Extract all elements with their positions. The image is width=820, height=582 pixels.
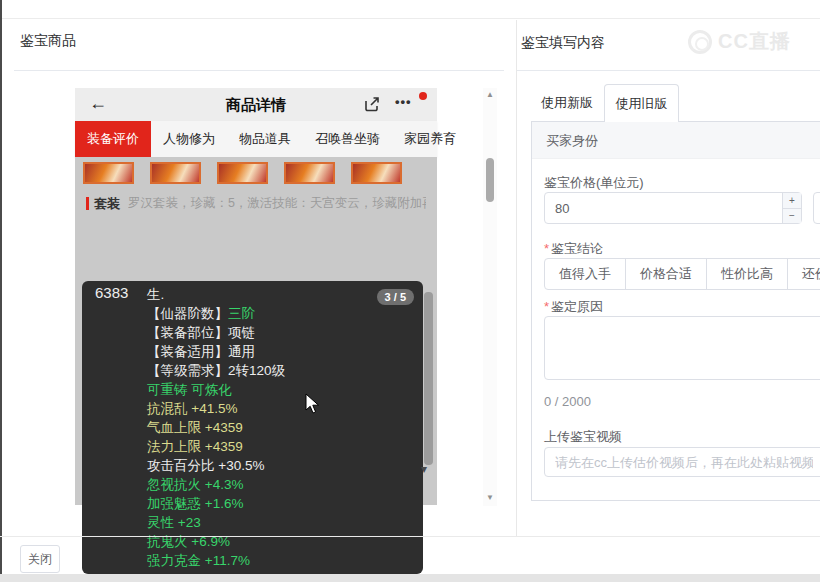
product-thumbnail[interactable] [217, 162, 268, 184]
form-panel: 买家身份 鉴宝价格(单位元) + − 鉴宝结论 值得入手价格合适性价比高还价可 … [531, 121, 820, 501]
watermark-logo-icon [688, 30, 712, 54]
item-stat-line: 灵性 +23 [147, 513, 285, 532]
suit-red-bar [86, 197, 89, 210]
product-thumbnail[interactable] [351, 162, 402, 184]
watermark-text: CC直播 [718, 28, 791, 55]
buyer-identity-header: 买家身份 [532, 122, 820, 159]
outer-scrollbar-thumb[interactable] [486, 158, 494, 202]
item-stat-line: 【仙器阶数】三阶 [147, 304, 285, 323]
notification-badge-dot [419, 92, 427, 100]
char-counter: 0 / 2000 [544, 394, 591, 409]
item-stat-line: 【等级需求】2转120级 [147, 361, 285, 380]
left-section-title: 鉴宝商品 [20, 32, 76, 50]
right-section-title: 鉴宝填写内容 [521, 34, 605, 52]
inner-scrollbar-thumb[interactable] [424, 292, 433, 465]
phone-navbar: ← 商品详情 ••• [75, 88, 437, 121]
price-label: 鉴宝价格(单位元) [544, 174, 644, 192]
item-stat-lines: 生.【仙器阶数】三阶【装备部位】项链【装备适用】通用【等级需求】2转120级可重… [147, 285, 285, 570]
phone-tab-bar: 装备评价人物修为物品道具召唤兽坐骑家园养育 [75, 121, 437, 157]
page-indicator-badge: 3 / 5 [377, 289, 414, 305]
item-stat-line: 【装备适用】通用 [147, 342, 285, 361]
item-stat-line: 生. [147, 285, 285, 304]
phone-tab[interactable]: 装备评价 [75, 121, 151, 157]
video-label: 上传鉴宝视频 [544, 428, 622, 446]
item-stat-line: 【装备部位】项链 [147, 323, 285, 342]
scroll-up-icon[interactable]: ▲ [483, 90, 497, 99]
item-stat-line: 气血上限 +4359 [147, 418, 285, 437]
conclusion-option-button[interactable]: 还价可 [787, 258, 820, 290]
left-header-divider [14, 70, 504, 71]
price-spinner: + − [782, 193, 801, 223]
tab-use-new-version[interactable]: 使用新版 [531, 84, 603, 121]
phone-content: 套装 罗汉套装，珍藏：5，激活技能：天宫变云，珍藏附加再 6383 3 / 5 … [75, 157, 437, 505]
phone-page-title: 商品详情 [75, 96, 437, 115]
item-stat-line: 抗混乱 +41.5% [147, 399, 285, 418]
item-stat-line: 法力上限 +4359 [147, 437, 285, 456]
product-thumbnail[interactable] [284, 162, 335, 184]
conclusion-button-group: 值得入手价格合适性价比高还价可 [544, 258, 820, 290]
outer-scrollbar[interactable]: ▲ ▼ [483, 88, 497, 506]
product-thumbnail-row [83, 162, 402, 184]
suit-effect-line: 套装 罗汉套装，珍藏：5，激活技能：天宫变云，珍藏附加再 [86, 196, 426, 211]
reason-textarea[interactable] [544, 316, 820, 380]
right-header-divider [517, 70, 820, 71]
window-left-edge [0, 0, 2, 582]
video-url-input[interactable] [544, 447, 820, 477]
conclusion-option-button[interactable]: 价格合适 [625, 258, 707, 290]
phone-tab[interactable]: 人物修为 [151, 121, 227, 157]
footer-divider [0, 536, 820, 537]
conclusion-option-button[interactable]: 性价比高 [706, 258, 788, 290]
more-menu-icon[interactable]: ••• [395, 94, 412, 109]
product-thumbnail[interactable] [83, 162, 134, 184]
spinner-plus-icon[interactable]: + [783, 193, 801, 208]
suit-description: 罗汉套装，珍藏：5，激活技能：天宫变云，珍藏附加再 [128, 196, 426, 211]
price-number-input: + − [544, 192, 802, 224]
suit-tag: 套装 [94, 196, 120, 211]
watermark: CC直播 [688, 28, 791, 55]
product-thumbnail[interactable] [150, 162, 201, 184]
tab-use-old-version[interactable]: 使用旧版 [604, 84, 679, 122]
product-screenshot: ← 商品详情 ••• 装备评价人物修为物品道具召唤兽坐骑家园养育 套装 罗汉套装… [75, 88, 437, 508]
secondary-input-partial[interactable] [813, 192, 820, 224]
share-icon[interactable] [363, 95, 381, 113]
item-price: 6383 [95, 284, 128, 301]
mouse-cursor [305, 393, 321, 418]
item-stat-line: 可重铸 可炼化 [147, 380, 285, 399]
item-stat-line: 忽视抗火 +4.3% [147, 475, 285, 494]
spinner-minus-icon[interactable]: − [783, 208, 801, 224]
close-button[interactable]: 关闭 [20, 545, 60, 573]
scroll-down-icon[interactable]: ▼ [483, 493, 497, 502]
phone-tab[interactable]: 召唤兽坐骑 [303, 121, 392, 157]
item-stat-line: 攻击百分比 +30.5% [147, 456, 285, 475]
phone-tab[interactable]: 物品道具 [227, 121, 303, 157]
price-input[interactable] [545, 193, 780, 223]
conclusion-label: 鉴宝结论 [544, 240, 603, 258]
conclusion-option-button[interactable]: 值得入手 [544, 258, 626, 290]
column-divider [516, 20, 517, 536]
inner-scroll-down-icon[interactable]: ▾ [421, 462, 427, 476]
phone-tab[interactable]: 家园养育 [392, 121, 468, 157]
item-stat-line: 加强魅惑 +1.6% [147, 494, 285, 513]
reason-label: 鉴定原因 [544, 298, 603, 316]
item-stat-line: 抗鬼火 +6.9% [147, 532, 285, 551]
top-divider [2, 18, 820, 19]
bottom-window-strip [0, 574, 820, 582]
item-stat-line: 强力克金 +11.7% [147, 551, 285, 570]
item-stats-tooltip: 6383 3 / 5 生.【仙器阶数】三阶【装备部位】项链【装备适用】通用【等级… [82, 281, 423, 574]
